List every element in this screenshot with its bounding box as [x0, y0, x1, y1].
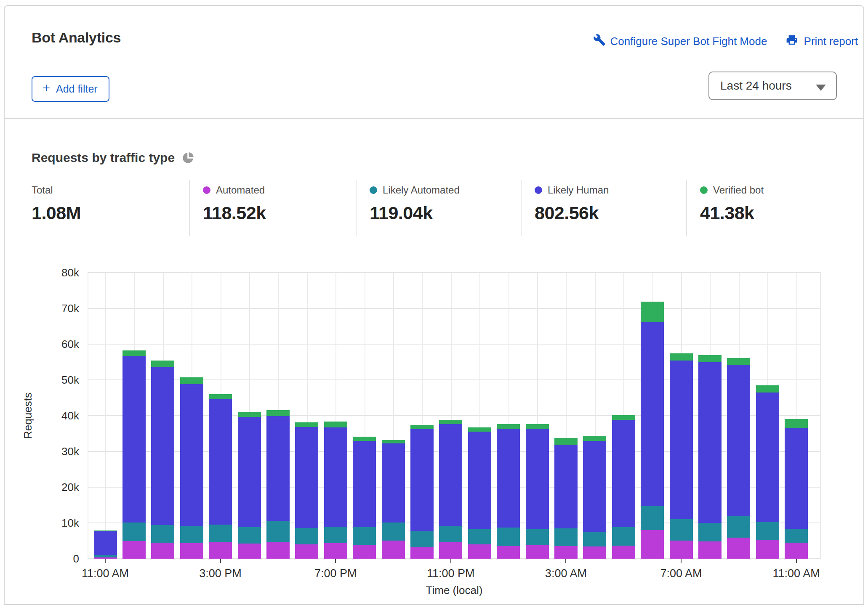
bar-segment-verified-bot[interactable]	[266, 410, 290, 416]
bar-5-00-am[interactable]	[612, 415, 635, 559]
bar-segment-verified-bot[interactable]	[698, 355, 722, 363]
bar-segment-automated[interactable]	[526, 545, 549, 559]
bar-segment-automated[interactable]	[583, 546, 606, 559]
bar-segment-likely-automated[interactable]	[122, 522, 146, 541]
bar-segment-verified-bot[interactable]	[670, 353, 693, 361]
bar-segment-verified-bot[interactable]	[612, 415, 635, 420]
bar-segment-automated[interactable]	[641, 530, 664, 559]
bar-8-00-pm[interactable]	[353, 437, 376, 559]
bar-7-00-pm[interactable]	[324, 422, 347, 559]
bar-1-00-am[interactable]	[497, 424, 520, 559]
bar-segment-verified-bot[interactable]	[410, 425, 434, 429]
bar-2-00-am[interactable]	[526, 424, 549, 559]
bar-11-00-am[interactable]	[94, 530, 117, 559]
bar-segment-likely-human[interactable]	[670, 361, 693, 519]
bar-segment-likely-human[interactable]	[266, 416, 290, 521]
bar-segment-verified-bot[interactable]	[324, 422, 347, 427]
bar-segment-likely-human[interactable]	[612, 420, 635, 527]
bar-segment-likely-automated[interactable]	[238, 527, 261, 544]
bar-segment-likely-automated[interactable]	[382, 522, 405, 541]
bar-7-00-am[interactable]	[670, 353, 693, 559]
bar-segment-verified-bot[interactable]	[353, 437, 376, 441]
bar-segment-likely-human[interactable]	[583, 441, 606, 532]
bar-segment-verified-bot[interactable]	[756, 385, 779, 393]
bar-segment-likely-human[interactable]	[295, 427, 318, 528]
bar-segment-automated[interactable]	[209, 542, 232, 559]
bar-3-00-am[interactable]	[554, 438, 578, 559]
bar-segment-automated[interactable]	[151, 543, 174, 559]
bar-segment-likely-automated[interactable]	[785, 529, 808, 543]
bar-segment-verified-bot[interactable]	[641, 302, 664, 322]
bar-12-00-am[interactable]	[468, 427, 491, 559]
bar-6-00-am[interactable]	[641, 302, 664, 559]
bar-11-00-pm[interactable]	[439, 420, 462, 559]
bar-segment-likely-human[interactable]	[727, 365, 750, 516]
bar-segment-likely-human[interactable]	[324, 427, 347, 527]
bar-segment-likely-human[interactable]	[785, 428, 808, 529]
bar-segment-likely-human[interactable]	[180, 384, 203, 526]
bar-9-00-am[interactable]	[727, 358, 750, 559]
configure-super-bot-fight-mode-link[interactable]: Configure Super Bot Fight Mode	[593, 34, 767, 49]
bar-5-00-pm[interactable]	[266, 410, 290, 559]
bar-segment-automated[interactable]	[756, 540, 779, 559]
bar-segment-likely-automated[interactable]	[209, 525, 232, 542]
bar-segment-likely-automated[interactable]	[583, 532, 606, 546]
bar-segment-automated[interactable]	[785, 543, 808, 559]
bar-segment-automated[interactable]	[439, 542, 462, 559]
bar-segment-automated[interactable]	[497, 546, 520, 559]
bar-segment-likely-human[interactable]	[756, 393, 779, 522]
bar-10-00-am[interactable]	[756, 385, 779, 559]
bar-segment-likely-automated[interactable]	[612, 527, 635, 546]
bar-segment-automated[interactable]	[612, 546, 635, 559]
bar-segment-likely-automated[interactable]	[266, 521, 290, 542]
bar-11-00-am[interactable]	[785, 419, 808, 559]
bar-segment-automated[interactable]	[295, 544, 318, 559]
bar-segment-likely-human[interactable]	[382, 443, 405, 522]
bar-segment-verified-bot[interactable]	[439, 420, 462, 424]
bar-segment-verified-bot[interactable]	[295, 422, 318, 427]
bar-segment-automated[interactable]	[180, 543, 203, 559]
bar-segment-likely-human[interactable]	[238, 417, 261, 527]
bar-9-00-pm[interactable]	[382, 440, 405, 559]
bar-segment-likely-automated[interactable]	[94, 555, 117, 557]
bar-segment-verified-bot[interactable]	[526, 424, 549, 429]
print-report-link[interactable]: Print report	[786, 34, 858, 49]
bar-2-00-pm[interactable]	[180, 377, 203, 559]
bar-segment-likely-automated[interactable]	[641, 506, 664, 530]
bar-segment-likely-automated[interactable]	[151, 525, 174, 543]
bar-segment-verified-bot[interactable]	[583, 436, 606, 441]
bar-segment-verified-bot[interactable]	[209, 394, 232, 399]
bar-segment-verified-bot[interactable]	[554, 438, 578, 445]
bar-segment-automated[interactable]	[698, 541, 722, 559]
bar-segment-likely-human[interactable]	[554, 445, 578, 528]
bar-segment-automated[interactable]	[670, 541, 693, 559]
add-filter-button[interactable]: Add filter	[32, 76, 109, 102]
bar-segment-likely-human[interactable]	[497, 429, 520, 528]
bar-segment-verified-bot[interactable]	[497, 424, 520, 428]
bar-segment-likely-human[interactable]	[468, 432, 491, 529]
bar-segment-verified-bot[interactable]	[180, 377, 203, 384]
bar-segment-likely-automated[interactable]	[554, 528, 578, 546]
bar-segment-verified-bot[interactable]	[94, 530, 117, 532]
bar-4-00-pm[interactable]	[238, 412, 261, 559]
bar-segment-likely-automated[interactable]	[698, 523, 722, 541]
bar-segment-likely-automated[interactable]	[526, 529, 549, 545]
bar-segment-likely-automated[interactable]	[670, 519, 693, 541]
bar-segment-automated[interactable]	[410, 547, 434, 559]
bar-segment-likely-human[interactable]	[209, 399, 232, 525]
bar-segment-likely-human[interactable]	[410, 429, 434, 531]
bar-segment-automated[interactable]	[324, 543, 347, 559]
bar-segment-likely-automated[interactable]	[410, 531, 434, 547]
bar-segment-likely-human[interactable]	[353, 441, 376, 527]
bar-segment-automated[interactable]	[382, 541, 405, 559]
bar-segment-automated[interactable]	[554, 546, 578, 559]
bar-segment-automated[interactable]	[353, 545, 376, 559]
bar-segment-automated[interactable]	[238, 544, 261, 559]
bar-segment-likely-human[interactable]	[439, 424, 462, 525]
bar-segment-likely-automated[interactable]	[439, 526, 462, 542]
bar-8-00-am[interactable]	[698, 355, 722, 559]
bar-segment-likely-automated[interactable]	[727, 516, 750, 538]
bar-segment-likely-automated[interactable]	[497, 528, 520, 546]
time-range-select[interactable]: Last 24 hours	[708, 72, 837, 100]
bar-segment-likely-automated[interactable]	[295, 528, 318, 544]
